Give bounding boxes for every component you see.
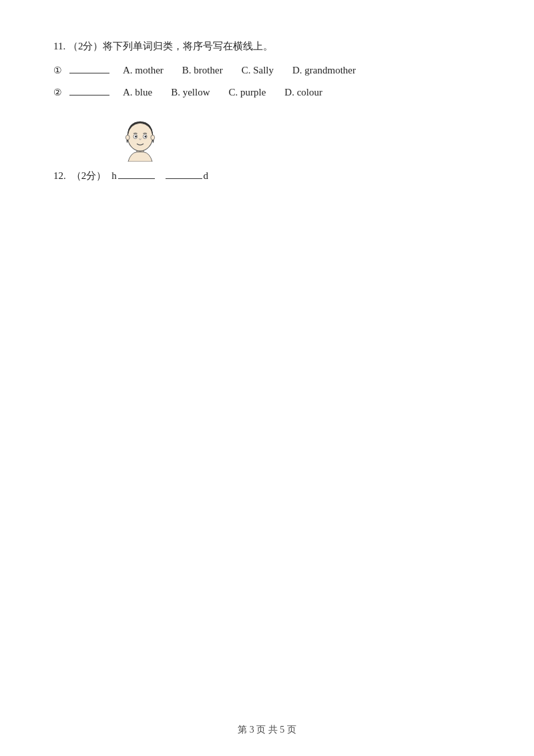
q12-number: 12. <box>53 170 66 182</box>
q11-r1-optD: D. grandmother <box>292 65 356 76</box>
q11-row2: ② A. blue B. yellow C. purple D. colour <box>53 87 481 98</box>
face-container <box>120 118 481 164</box>
q11-r2-optC: C. purple <box>229 87 266 98</box>
q11-points: （2分）将下列单词归类，将序号写在横线上。 <box>68 41 274 51</box>
q12-row: 12. （2分） h d <box>53 170 481 182</box>
q11-r1-optC: C. Sally <box>242 65 274 76</box>
q11-row1-circle: ① <box>53 65 67 76</box>
q11-title: 11. （2分）将下列单词归类，将序号写在横线上。 <box>53 40 481 53</box>
q11-row2-options: A. blue B. yellow C. purple D. colour <box>123 87 322 98</box>
q11-row1-blank[interactable] <box>69 73 109 73</box>
q11-number: 11. <box>53 41 65 51</box>
question-12: 12. （2分） h d <box>53 118 481 182</box>
q11-row1-options: A. mother B. brother C. Sally D. grandmo… <box>123 65 356 76</box>
svg-point-6 <box>125 135 129 140</box>
q11-r1-optA: A. mother <box>123 65 164 76</box>
question-11: 11. （2分）将下列单词归类，将序号写在横线上。 ① A. mother B.… <box>53 40 481 98</box>
q11-r2-optD: D. colour <box>284 87 322 98</box>
q12-suffix: d <box>204 170 209 182</box>
svg-point-7 <box>151 135 155 140</box>
footer-text: 第 3 页 共 5 页 <box>238 725 296 735</box>
page-footer: 第 3 页 共 5 页 <box>0 724 534 736</box>
q12-spacer <box>159 170 162 182</box>
svg-point-3 <box>135 136 137 138</box>
q11-row1: ① A. mother B. brother C. Sally D. grand… <box>53 65 481 76</box>
q11-r2-optB: B. yellow <box>171 87 210 98</box>
q12-word-container: h d <box>111 170 208 182</box>
q11-row2-blank[interactable] <box>69 95 109 96</box>
q11-row2-circle: ② <box>53 87 67 98</box>
q12-blank2[interactable] <box>166 178 202 179</box>
q12-points: （2分） <box>71 170 107 182</box>
q12-blank1[interactable] <box>118 178 155 179</box>
q12-prefix: h <box>111 170 117 182</box>
q11-r1-optB: B. brother <box>182 65 223 76</box>
q11-r2-optA: A. blue <box>123 87 152 98</box>
svg-point-5 <box>145 136 147 138</box>
person-face-icon <box>120 118 160 162</box>
